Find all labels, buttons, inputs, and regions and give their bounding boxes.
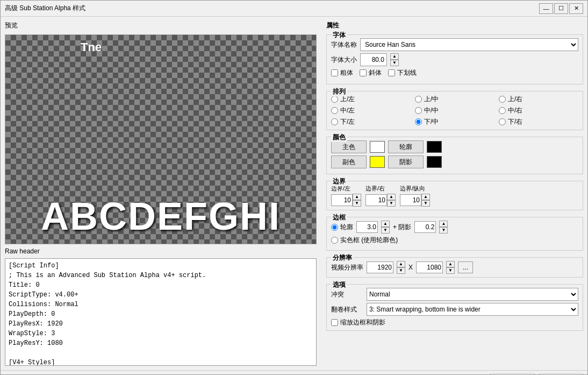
align-bc[interactable]: 下/中 (415, 117, 494, 126)
align-bl[interactable]: 下/左 (331, 117, 411, 126)
margin-section: 边界 边界/左 ▲ ▼ 边界/右 (326, 181, 583, 210)
scale-checkbox[interactable] (331, 319, 338, 326)
secondary-color-swatch[interactable] (370, 156, 385, 168)
font-name-select[interactable]: Source Han Sans (360, 38, 578, 51)
primary-color-swatch[interactable] (370, 141, 385, 153)
radio-tc[interactable] (415, 96, 422, 103)
bold-checkbox[interactable] (331, 69, 338, 76)
outline-color-swatch[interactable] (427, 141, 442, 153)
margin-vert-spinner[interactable]: ▲ ▼ (421, 194, 430, 207)
minimize-button[interactable]: — (539, 3, 553, 14)
box-radio-item[interactable]: 实色框 (使用轮廓色) (331, 236, 398, 245)
align-mr[interactable]: 中/右 (499, 106, 578, 115)
underline-checkbox-item[interactable]: 下划线 (388, 68, 417, 77)
preview-text: ABCDEFGHI (5, 194, 316, 238)
outline-radio-item[interactable]: 轮廓 (331, 223, 353, 232)
res-height-spinner[interactable]: ▲ ▼ (446, 261, 455, 274)
outline-value-input[interactable] (356, 221, 378, 233)
maximize-button[interactable]: ☐ (554, 3, 568, 14)
scale-checkbox-item[interactable]: 缩放边框和阴影 (331, 318, 578, 327)
margin-right-spinner[interactable]: ▲ ▼ (387, 194, 396, 207)
outline-color-button[interactable]: 轮廓 (388, 140, 424, 153)
outline-up[interactable]: ▲ (381, 221, 390, 227)
shadow-down[interactable]: ▼ (439, 227, 448, 234)
align-ml-label: 中/左 (340, 106, 355, 115)
margin-vert-label: 边界/纵向 (400, 185, 430, 193)
align-tr[interactable]: 上/右 (499, 95, 578, 104)
collision-select[interactable]: Normal Reverse (367, 288, 578, 301)
outline-down[interactable]: ▼ (381, 227, 390, 234)
res-width-up[interactable]: ▲ (397, 261, 405, 267)
close-button[interactable]: ✕ (569, 3, 583, 14)
margin-right-up[interactable]: ▲ (387, 194, 396, 200)
margin-vert-input[interactable] (400, 194, 421, 206)
font-section: 字体 字体名称 Source Han Sans 字体大小 ▲ ▼ (326, 34, 583, 84)
margin-vert-down[interactable]: ▼ (421, 200, 430, 207)
secondary-color-button[interactable]: 副色 (331, 155, 367, 168)
box-border-radio[interactable] (331, 237, 338, 244)
margin-left-down[interactable]: ▼ (353, 200, 361, 207)
outline-border-radio[interactable] (331, 224, 338, 231)
italic-checkbox-item[interactable]: 斜体 (360, 68, 382, 77)
radio-ml[interactable] (331, 107, 338, 114)
border-section: 边框 轮廓 ▲ ▼ + 阴影 ▲ ▼ (326, 217, 583, 251)
align-br[interactable]: 下/右 (499, 117, 578, 126)
margin-section-title: 边界 (331, 177, 347, 186)
radio-br[interactable] (499, 118, 506, 125)
res-more-button[interactable]: ... (458, 261, 473, 273)
margin-left-up[interactable]: ▲ (353, 194, 361, 200)
wrap-select[interactable]: 0: Smart wrapping, top line is wider 1: … (367, 303, 578, 316)
font-size-input[interactable] (360, 53, 387, 66)
res-height-down[interactable]: ▼ (446, 267, 455, 274)
align-br-label: 下/右 (508, 117, 522, 126)
align-mc[interactable]: 中/中 (415, 106, 494, 115)
shadow-color-button[interactable]: 阴影 (388, 155, 424, 168)
raw-header-content[interactable]: [Script Info] ; This is an Advanced Sub … (5, 259, 316, 365)
font-name-label: 字体名称 (331, 40, 357, 49)
shadow-value-input[interactable] (414, 221, 436, 233)
align-section-title: 排列 (331, 87, 347, 96)
underline-checkbox[interactable] (388, 69, 395, 76)
bottom-bar: Reset to defaults 确定(O) 取消(A) (1, 370, 587, 375)
bold-label: 粗体 (340, 68, 353, 77)
res-width-input[interactable] (367, 261, 393, 273)
right-panel: 属性 字体 字体名称 Source Han Sans 字体大小 ▲ ▼ (326, 21, 583, 366)
font-style-row: 粗体 斜体 下划线 (331, 68, 578, 77)
margin-right-input[interactable] (365, 194, 387, 206)
radio-bl[interactable] (331, 118, 338, 125)
radio-mc[interactable] (415, 107, 422, 114)
margin-vert-up[interactable]: ▲ (421, 194, 430, 200)
font-size-spinner[interactable]: ▲ ▼ (390, 53, 399, 66)
primary-color-button[interactable]: 主色 (331, 140, 367, 153)
res-label: 视频分辨率 (331, 263, 363, 272)
window-controls: — ☐ ✕ (539, 3, 583, 14)
italic-checkbox[interactable] (360, 69, 367, 76)
radio-bc[interactable] (415, 118, 422, 125)
align-tc[interactable]: 上/中 (415, 95, 494, 104)
preview-label: 预览 (5, 21, 322, 30)
align-tc-label: 上/中 (424, 95, 439, 104)
radio-tr[interactable] (499, 96, 506, 103)
margin-right-group: 边界/右 ▲ ▼ (365, 185, 396, 207)
outline-spinner[interactable]: ▲ ▼ (381, 221, 390, 234)
raw-header-area[interactable]: [Script Info] ; This is an Advanced Sub … (5, 258, 317, 366)
wrap-label: 翻卷样式 (331, 305, 363, 314)
margin-left-spinner[interactable]: ▲ ▼ (353, 194, 361, 207)
shadow-up[interactable]: ▲ (439, 221, 448, 227)
bold-checkbox-item[interactable]: 粗体 (331, 68, 353, 77)
res-x-label: X (408, 264, 413, 271)
font-size-up[interactable]: ▲ (390, 53, 399, 60)
res-width-down[interactable]: ▼ (397, 267, 405, 274)
margin-right-down[interactable]: ▼ (387, 200, 396, 207)
res-height-input[interactable] (416, 261, 443, 273)
margin-left-input[interactable] (331, 194, 353, 206)
radio-mr[interactable] (499, 107, 506, 114)
radio-tl[interactable] (331, 96, 338, 103)
res-height-up[interactable]: ▲ (446, 261, 455, 267)
shadow-spinner[interactable]: ▲ ▼ (439, 221, 448, 234)
res-width-spinner[interactable]: ▲ ▼ (397, 261, 405, 274)
align-ml[interactable]: 中/左 (331, 106, 411, 115)
font-section-title: 字体 (331, 31, 347, 40)
font-size-down[interactable]: ▼ (390, 60, 399, 66)
shadow-color-swatch[interactable] (427, 156, 442, 168)
